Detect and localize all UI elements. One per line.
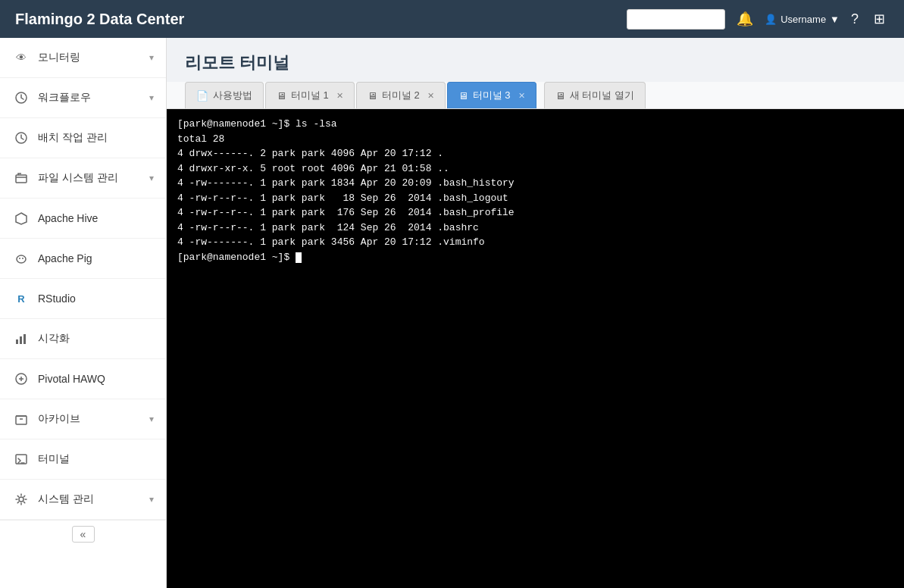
sidebar-item-filesystem[interactable]: 파일 시스템 관리 ▾ — [0, 158, 166, 199]
terminal-output[interactable]: [park@namenode1 ~]$ ls -lsa total 28 4 d… — [167, 109, 904, 588]
notification-bell-button[interactable]: 🔔 — [733, 7, 757, 31]
archive-arrow-icon: ▾ — [149, 414, 154, 424]
page-title: 리모트 터미널 — [185, 52, 886, 74]
help-icon: ? — [851, 11, 859, 27]
tab-terminal1-label: 터미널 1 — [291, 89, 329, 102]
sidebar-collapse-button[interactable]: « — [72, 526, 95, 543]
apps-button[interactable]: ⊞ — [870, 7, 889, 31]
tab-terminal2-label: 터미널 2 — [382, 89, 420, 102]
pig-icon — [12, 249, 30, 267]
svg-point-5 — [19, 258, 20, 259]
rstudio-icon: R — [12, 289, 30, 308]
main-layout: 👁 모니터링 ▾ 워크플로우 ▾ 배치 작업 관리 파일 시스템 관리 ▾ — [0, 38, 904, 588]
sidebar-label-pig: Apache Pig — [38, 252, 154, 264]
terminal-icon — [12, 450, 30, 468]
sidebar: 👁 모니터링 ▾ 워크플로우 ▾ 배치 작업 관리 파일 시스템 관리 ▾ — [0, 38, 167, 588]
app-header: Flamingo 2 Data Center Test Cluster ▼ 🔔 … — [0, 0, 904, 38]
visualization-icon — [12, 330, 30, 348]
svg-rect-11 — [16, 416, 27, 424]
sidebar-item-visualization[interactable]: 시각화 — [0, 319, 166, 359]
sidebar-label-archive: 아카이브 — [38, 412, 149, 426]
tab-terminal1-icon: 🖥 — [277, 90, 286, 102]
cluster-name: Test Cluster — [635, 14, 687, 25]
svg-rect-8 — [20, 336, 22, 344]
sysadmin-arrow-icon: ▾ — [149, 494, 154, 505]
new-terminal-icon: 🖥 — [555, 90, 565, 102]
new-terminal-label: 새 터미널 열기 — [570, 89, 634, 102]
archive-icon — [12, 410, 30, 428]
tab-terminal2[interactable]: 🖥 터미널 2 ✕ — [356, 82, 446, 108]
sidebar-label-workflow: 워크플로우 — [38, 91, 149, 105]
tab-usage-icon: 📄 — [196, 90, 208, 102]
bell-icon: 🔔 — [737, 11, 753, 27]
hive-icon — [12, 209, 30, 227]
sidebar-item-hive[interactable]: Apache Hive — [0, 199, 166, 239]
sidebar-item-terminal[interactable]: 터미널 — [0, 439, 166, 480]
main-content: 리모트 터미널 📄 사용방법 🖥 터미널 1 ✕ 🖥 터미널 2 ✕ 🖥 터미널… — [167, 38, 904, 588]
sidebar-item-batch[interactable]: 배치 작업 관리 — [0, 118, 166, 158]
sidebar-item-rstudio[interactable]: R RStudio — [0, 279, 166, 319]
sidebar-item-workflow[interactable]: 워크플로우 ▾ — [0, 78, 166, 118]
monitoring-arrow-icon: ▾ — [149, 52, 154, 63]
tab-terminal2-close-icon[interactable]: ✕ — [427, 91, 434, 101]
batch-icon — [12, 129, 30, 147]
sidebar-item-monitoring[interactable]: 👁 모니터링 ▾ — [0, 38, 166, 78]
sidebar-item-sysadmin[interactable]: 시스템 관리 ▾ — [0, 480, 166, 520]
tab-usage[interactable]: 📄 사용방법 — [185, 82, 264, 108]
sidebar-label-terminal: 터미널 — [38, 452, 154, 466]
help-button[interactable]: ? — [847, 8, 862, 31]
tab-usage-label: 사용방법 — [213, 89, 252, 102]
tab-terminal3-label: 터미널 3 — [473, 89, 511, 102]
tabs-bar: 📄 사용방법 🖥 터미널 1 ✕ 🖥 터미널 2 ✕ 🖥 터미널 3 ✕ 🖥 새… — [167, 82, 904, 109]
sidebar-label-visualization: 시각화 — [38, 332, 154, 346]
tab-terminal3-icon: 🖥 — [458, 90, 468, 102]
username-label: Username — [780, 14, 826, 25]
header-right: Test Cluster ▼ 🔔 👤 Username ▼ ? ⊞ — [627, 7, 889, 31]
svg-marker-3 — [16, 213, 27, 224]
apps-icon: ⊞ — [874, 11, 885, 27]
svg-point-13 — [19, 497, 23, 502]
terminal-cursor — [296, 252, 302, 263]
sidebar-item-pig[interactable]: Apache Pig — [0, 239, 166, 279]
user-arrow-icon: ▼ — [830, 14, 840, 25]
sidebar-label-batch: 배치 작업 관리 — [38, 131, 154, 145]
svg-rect-9 — [23, 334, 26, 344]
hawq-icon — [12, 370, 30, 388]
tab-terminal3[interactable]: 🖥 터미널 3 ✕ — [447, 82, 536, 108]
app-title: Flamingo 2 Data Center — [15, 11, 184, 28]
sidebar-item-archive[interactable]: 아카이브 ▾ — [0, 399, 166, 439]
workflow-icon — [12, 89, 30, 107]
tab-terminal1-close-icon[interactable]: ✕ — [336, 91, 343, 101]
filesystem-arrow-icon: ▾ — [149, 173, 154, 183]
terminal-container[interactable]: [park@namenode1 ~]$ ls -lsa total 28 4 d… — [167, 109, 904, 588]
sidebar-label-hive: Apache Hive — [38, 212, 154, 224]
cluster-arrow-icon: ▼ — [707, 14, 717, 25]
sidebar-item-hawq[interactable]: Pivotal HAWQ — [0, 359, 166, 399]
user-icon: 👤 — [765, 14, 777, 25]
sidebar-label-filesystem: 파일 시스템 관리 — [38, 171, 149, 185]
tab-terminal1[interactable]: 🖥 터미널 1 ✕ — [265, 82, 355, 108]
monitoring-icon: 👁 — [12, 48, 30, 67]
cluster-selector[interactable]: Test Cluster ▼ — [627, 9, 725, 30]
tab-terminal2-icon: 🖥 — [368, 90, 377, 102]
sidebar-label-monitoring: 모니터링 — [38, 51, 149, 64]
svg-rect-12 — [16, 455, 27, 464]
svg-point-4 — [17, 255, 26, 263]
user-menu-button[interactable]: 👤 Username ▼ — [765, 14, 840, 25]
page-header: 리모트 터미널 — [167, 38, 904, 82]
workflow-arrow-icon: ▾ — [149, 92, 154, 103]
sidebar-bottom: « — [0, 520, 166, 550]
filesystem-icon — [12, 169, 30, 187]
tab-terminal3-close-icon[interactable]: ✕ — [518, 91, 525, 101]
svg-point-6 — [22, 258, 23, 259]
svg-rect-2 — [16, 175, 27, 183]
new-terminal-tab-button[interactable]: 🖥 새 터미널 열기 — [544, 82, 646, 108]
sidebar-label-hawq: Pivotal HAWQ — [38, 373, 154, 385]
sidebar-label-rstudio: RStudio — [38, 292, 154, 305]
svg-rect-7 — [16, 339, 18, 344]
sysadmin-icon — [12, 490, 30, 508]
sidebar-label-sysadmin: 시스템 관리 — [38, 493, 149, 506]
